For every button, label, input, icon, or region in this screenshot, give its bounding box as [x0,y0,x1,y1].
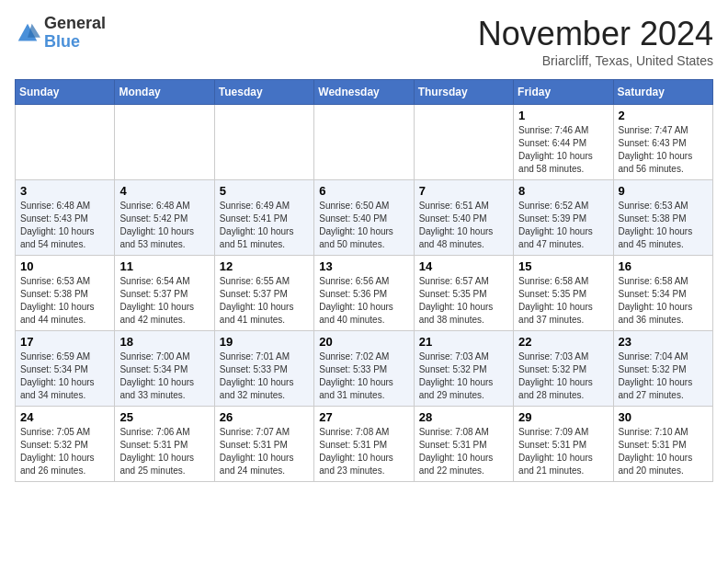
day-number: 16 [619,259,708,273]
day-info: Sunrise: 7:01 AM Sunset: 5:33 PM Dayligh… [220,350,309,402]
calendar-cell: 21Sunrise: 7:03 AM Sunset: 5:32 PM Dayli… [414,331,513,407]
day-number: 12 [220,259,309,273]
day-number: 27 [319,410,408,424]
day-info: Sunrise: 6:57 AM Sunset: 5:35 PM Dayligh… [419,275,508,327]
day-number: 18 [119,335,209,349]
day-number: 30 [619,410,708,424]
calendar-week-row: 24Sunrise: 7:05 AM Sunset: 5:32 PM Dayli… [16,407,713,482]
calendar-cell: 11Sunrise: 6:54 AM Sunset: 5:37 PM Dayli… [115,256,214,331]
day-number: 6 [319,184,408,198]
day-info: Sunrise: 6:48 AM Sunset: 5:42 PM Dayligh… [119,200,209,251]
calendar-cell: 19Sunrise: 7:01 AM Sunset: 5:33 PM Dayli… [214,331,313,407]
calendar-cell: 7Sunrise: 6:51 AM Sunset: 5:40 PM Daylig… [414,180,513,256]
calendar-cell: 5Sunrise: 6:49 AM Sunset: 5:41 PM Daylig… [214,180,313,256]
header: General Blue November 2024 Briarcliff, T… [15,15,713,68]
day-number: 23 [619,335,708,349]
calendar-cell: 23Sunrise: 7:04 AM Sunset: 5:32 PM Dayli… [613,331,712,407]
day-info: Sunrise: 6:53 AM Sunset: 5:38 PM Dayligh… [20,275,109,327]
day-number: 4 [119,184,209,198]
day-number: 26 [220,410,309,424]
day-number: 19 [220,335,309,349]
calendar-week-row: 10Sunrise: 6:53 AM Sunset: 5:38 PM Dayli… [16,256,713,331]
day-info: Sunrise: 6:51 AM Sunset: 5:40 PM Dayligh… [419,200,508,251]
calendar-cell: 14Sunrise: 6:57 AM Sunset: 5:35 PM Dayli… [414,256,513,331]
day-info: Sunrise: 7:08 AM Sunset: 5:31 PM Dayligh… [419,426,508,477]
calendar-header-row: SundayMondayTuesdayWednesdayThursdayFrid… [16,80,713,105]
calendar-cell: 10Sunrise: 6:53 AM Sunset: 5:38 PM Dayli… [16,256,115,331]
day-info: Sunrise: 6:53 AM Sunset: 5:38 PM Dayligh… [619,200,708,251]
calendar-cell [314,105,414,180]
logo-text: General Blue [44,15,106,52]
day-number: 13 [319,259,408,273]
day-info: Sunrise: 7:02 AM Sunset: 5:33 PM Dayligh… [319,350,408,402]
day-info: Sunrise: 6:55 AM Sunset: 5:37 PM Dayligh… [220,275,309,327]
day-number: 20 [319,335,408,349]
day-number: 24 [20,410,109,424]
day-info: Sunrise: 6:59 AM Sunset: 5:34 PM Dayligh… [20,350,109,402]
calendar-cell: 3Sunrise: 6:48 AM Sunset: 5:43 PM Daylig… [16,180,115,256]
calendar-cell: 12Sunrise: 6:55 AM Sunset: 5:37 PM Dayli… [214,256,313,331]
day-info: Sunrise: 7:05 AM Sunset: 5:32 PM Dayligh… [20,426,109,477]
weekday-header: Thursday [414,80,513,105]
calendar-cell: 26Sunrise: 7:07 AM Sunset: 5:31 PM Dayli… [214,407,313,482]
calendar-cell: 8Sunrise: 6:52 AM Sunset: 5:39 PM Daylig… [514,180,613,256]
calendar-cell: 2Sunrise: 7:47 AM Sunset: 6:43 PM Daylig… [613,105,712,180]
day-number: 17 [20,335,109,349]
calendar-cell [414,105,513,180]
calendar-cell: 17Sunrise: 6:59 AM Sunset: 5:34 PM Dayli… [16,331,115,407]
day-info: Sunrise: 7:10 AM Sunset: 5:31 PM Dayligh… [619,426,708,477]
day-info: Sunrise: 7:03 AM Sunset: 5:32 PM Dayligh… [419,350,508,402]
day-number: 15 [518,259,608,273]
day-info: Sunrise: 7:08 AM Sunset: 5:31 PM Dayligh… [319,426,408,477]
calendar-cell: 9Sunrise: 6:53 AM Sunset: 5:38 PM Daylig… [613,180,712,256]
day-info: Sunrise: 6:50 AM Sunset: 5:40 PM Dayligh… [319,200,408,251]
day-number: 5 [220,184,309,198]
calendar-cell: 25Sunrise: 7:06 AM Sunset: 5:31 PM Dayli… [115,407,214,482]
day-info: Sunrise: 7:00 AM Sunset: 5:34 PM Dayligh… [119,350,209,402]
weekday-header: Friday [514,80,613,105]
weekday-header: Sunday [16,80,115,105]
calendar-cell: 27Sunrise: 7:08 AM Sunset: 5:31 PM Dayli… [314,407,414,482]
day-info: Sunrise: 6:58 AM Sunset: 5:34 PM Dayligh… [619,275,708,327]
day-number: 28 [419,410,508,424]
weekday-header: Wednesday [314,80,414,105]
day-info: Sunrise: 7:06 AM Sunset: 5:31 PM Dayligh… [119,426,209,477]
day-number: 3 [20,184,109,198]
day-info: Sunrise: 7:46 AM Sunset: 6:44 PM Dayligh… [518,124,608,176]
title-area: November 2024 Briarcliff, Texas, United … [478,15,713,68]
calendar-cell: 30Sunrise: 7:10 AM Sunset: 5:31 PM Dayli… [613,407,712,482]
day-number: 14 [419,259,508,273]
calendar-table: SundayMondayTuesdayWednesdayThursdayFrid… [15,79,713,482]
day-number: 11 [119,259,209,273]
calendar-cell [115,105,214,180]
calendar-cell: 22Sunrise: 7:03 AM Sunset: 5:32 PM Dayli… [514,331,613,407]
calendar-cell: 18Sunrise: 7:00 AM Sunset: 5:34 PM Dayli… [115,331,214,407]
location: Briarcliff, Texas, United States [478,53,713,68]
calendar-cell: 20Sunrise: 7:02 AM Sunset: 5:33 PM Dayli… [314,331,414,407]
calendar-cell [214,105,313,180]
weekday-header: Tuesday [214,80,313,105]
day-info: Sunrise: 6:58 AM Sunset: 5:35 PM Dayligh… [518,275,608,327]
day-info: Sunrise: 6:49 AM Sunset: 5:41 PM Dayligh… [220,200,309,251]
day-info: Sunrise: 6:48 AM Sunset: 5:43 PM Dayligh… [20,200,109,251]
day-number: 22 [518,335,608,349]
logo-icon [15,20,40,46]
calendar-week-row: 17Sunrise: 6:59 AM Sunset: 5:34 PM Dayli… [16,331,713,407]
calendar-cell [16,105,115,180]
calendar-week-row: 1Sunrise: 7:46 AM Sunset: 6:44 PM Daylig… [16,105,713,180]
day-info: Sunrise: 7:09 AM Sunset: 5:31 PM Dayligh… [518,426,608,477]
calendar-cell: 15Sunrise: 6:58 AM Sunset: 5:35 PM Dayli… [514,256,613,331]
calendar-cell: 29Sunrise: 7:09 AM Sunset: 5:31 PM Dayli… [514,407,613,482]
calendar-cell: 4Sunrise: 6:48 AM Sunset: 5:42 PM Daylig… [115,180,214,256]
day-info: Sunrise: 6:54 AM Sunset: 5:37 PM Dayligh… [119,275,209,327]
calendar-cell: 13Sunrise: 6:56 AM Sunset: 5:36 PM Dayli… [314,256,414,331]
day-info: Sunrise: 6:56 AM Sunset: 5:36 PM Dayligh… [319,275,408,327]
day-number: 7 [419,184,508,198]
day-info: Sunrise: 7:03 AM Sunset: 5:32 PM Dayligh… [518,350,608,402]
day-number: 29 [518,410,608,424]
day-info: Sunrise: 7:07 AM Sunset: 5:31 PM Dayligh… [220,426,309,477]
logo: General Blue [15,15,106,52]
calendar-cell: 16Sunrise: 6:58 AM Sunset: 5:34 PM Dayli… [613,256,712,331]
calendar-week-row: 3Sunrise: 6:48 AM Sunset: 5:43 PM Daylig… [16,180,713,256]
day-number: 8 [518,184,608,198]
